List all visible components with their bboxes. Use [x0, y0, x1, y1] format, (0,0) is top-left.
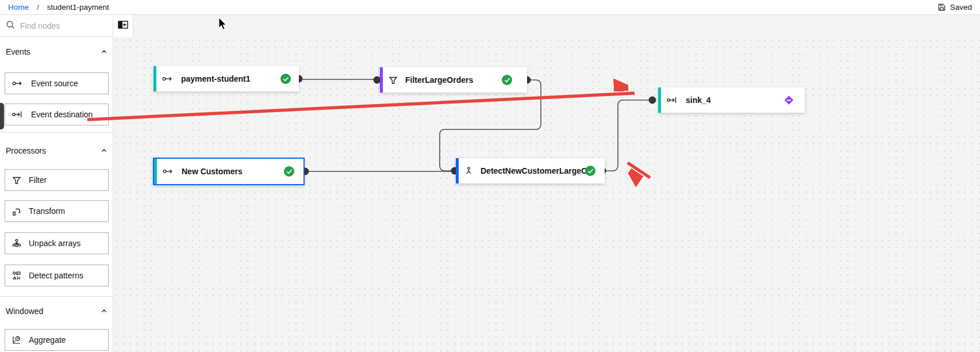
- node-accent-bar: [380, 67, 383, 93]
- node-label: sink_4: [686, 95, 711, 105]
- node-sink-4[interactable]: sink_4: [658, 87, 805, 113]
- configured-badge: [280, 74, 291, 84]
- section-header-windowed[interactable]: Windowed: [6, 304, 107, 318]
- event-source-icon: [162, 75, 174, 83]
- palette-item-label: Event destination: [31, 110, 93, 119]
- chevron-up-icon: [101, 308, 107, 315]
- search-icon: [6, 20, 15, 32]
- section-header-events[interactable]: Events: [6, 45, 107, 59]
- node-accent-bar: [154, 159, 157, 184]
- transform-icon: [12, 207, 21, 216]
- event-destination-icon: [12, 110, 24, 118]
- collapse-panel-icon: [118, 20, 128, 32]
- section-divider: [0, 132, 113, 133]
- node-search: [0, 15, 113, 37]
- configured-badge: [284, 166, 294, 177]
- palette-item-label: Event source: [31, 79, 78, 88]
- palette-item-label: Unpack arrays: [29, 239, 80, 248]
- node-filterlargeorders[interactable]: FilterLargeOrders: [380, 67, 527, 93]
- filter-icon: [389, 76, 398, 85]
- breadcrumb-home-link[interactable]: Home: [8, 3, 29, 12]
- palette-item-event-source[interactable]: Event source: [5, 72, 109, 94]
- node-payment-student1[interactable]: payment-student1: [153, 66, 299, 91]
- node-palette: Events Event source Event destination Pr…: [0, 37, 113, 352]
- node-label: New Customers: [182, 167, 243, 176]
- palette-item-event-destination[interactable]: Event destination: [5, 104, 109, 125]
- node-accent-bar: [456, 158, 459, 183]
- unpack-arrays-icon: [12, 239, 21, 248]
- palette-item-filter[interactable]: Filter: [5, 169, 109, 191]
- canvas-toolbar-strip: [133, 15, 980, 37]
- event-destination-icon: [667, 96, 678, 104]
- node-label: payment-student1: [181, 74, 251, 83]
- collapse-palette-button[interactable]: [113, 15, 133, 37]
- detect-patterns-icon: [12, 271, 21, 280]
- topbar: Home / student1-payment Saved: [0, 0, 980, 15]
- save-status: Saved: [937, 3, 972, 12]
- section-label: Processors: [6, 146, 46, 155]
- chevron-up-icon: [101, 147, 107, 154]
- subbar: [0, 15, 980, 37]
- palette-item-label: Aggregate: [29, 335, 66, 345]
- node-label: FilterLargeOrders: [405, 75, 473, 85]
- chevron-up-icon: [101, 48, 107, 55]
- palette-item-transform[interactable]: Transform: [5, 200, 109, 222]
- event-source-icon: [12, 79, 24, 87]
- edge: [440, 80, 541, 171]
- event-source-icon: [163, 167, 174, 175]
- edge: [602, 100, 652, 171]
- section-divider: [0, 296, 113, 297]
- flow-canvas[interactable]: payment-student1 FilterLargeOrders: [113, 37, 980, 352]
- palette-item-label: Filter: [29, 175, 47, 185]
- section-header-processors[interactable]: Processors: [6, 144, 107, 158]
- section-label: Events: [6, 47, 30, 56]
- input-port[interactable]: [649, 97, 656, 104]
- node-label: DetectNewCustomerLargeO...: [481, 166, 594, 175]
- node-accent-bar: [153, 66, 156, 91]
- breadcrumb-current: student1-payment: [47, 3, 109, 12]
- section-label: Windowed: [6, 307, 43, 316]
- incomplete-badge: [785, 95, 794, 105]
- configured-badge: [502, 75, 512, 85]
- drag-ghost: [0, 103, 4, 129]
- breadcrumb-separator: /: [37, 3, 39, 12]
- node-detectnewcustomerlargeorders[interactable]: DetectNewCustomerLargeO...: [456, 158, 605, 183]
- palette-item-unpack-arrays[interactable]: Unpack arrays: [5, 232, 109, 254]
- detect-patterns-node-icon: [464, 167, 473, 175]
- save-icon: [937, 3, 946, 12]
- aggregate-icon: [12, 335, 21, 345]
- save-status-label: Saved: [950, 3, 972, 12]
- filter-icon: [12, 176, 21, 185]
- palette-item-aggregate[interactable]: Aggregate: [5, 329, 109, 351]
- configured-badge: [585, 166, 595, 176]
- flow-editor-app: Home / student1-payment Saved: [0, 0, 980, 352]
- search-input[interactable]: [20, 21, 101, 30]
- palette-item-label: Transform: [29, 206, 65, 216]
- palette-item-label: Detect patterns: [29, 271, 83, 280]
- palette-item-detect-patterns[interactable]: Detect patterns: [5, 265, 109, 286]
- node-accent-bar: [658, 87, 661, 113]
- node-new-customers[interactable]: New Customers: [153, 158, 305, 185]
- breadcrumb: Home / student1-payment: [8, 3, 109, 12]
